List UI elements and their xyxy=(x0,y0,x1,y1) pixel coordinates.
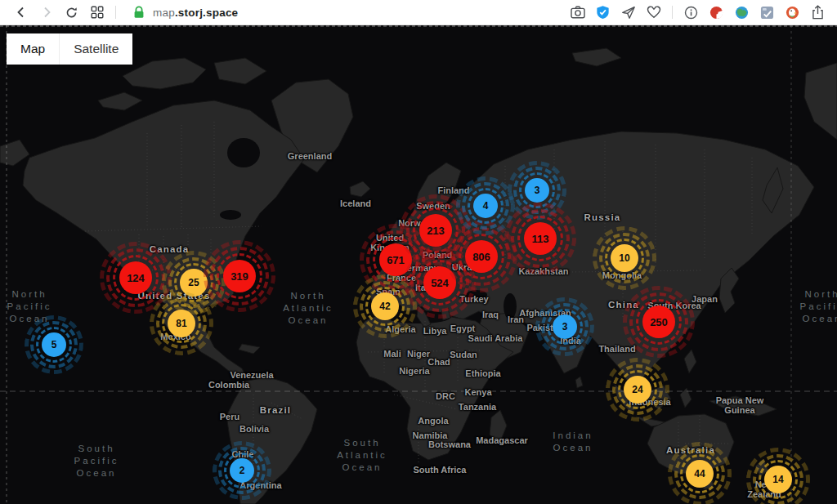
cluster-count: 4 xyxy=(473,194,498,218)
country-label: Peru xyxy=(220,412,239,421)
duckduckgo-icon[interactable] xyxy=(783,2,803,22)
country-label: Papua New Guinea xyxy=(716,395,764,415)
country-label: Angola xyxy=(418,416,448,426)
country-label: Libya xyxy=(423,326,447,336)
cluster-count: 5 xyxy=(42,332,66,357)
adblock-icon[interactable] xyxy=(707,2,727,22)
world-map-canvas[interactable]: Map Satellite North Pacific OceanNorth A… xyxy=(0,25,837,504)
cluster-count: 213 xyxy=(419,214,452,247)
cluster-count: 24 xyxy=(624,376,651,404)
country-label: Thailand xyxy=(598,344,635,354)
info-icon[interactable] xyxy=(682,2,701,22)
cluster-count: 319 xyxy=(223,260,256,292)
cluster-count: 3 xyxy=(525,178,549,203)
web-globe-icon[interactable] xyxy=(732,2,752,22)
ocean-label: North Pacific Ocean xyxy=(800,288,837,325)
favorites-heart-icon[interactable] xyxy=(644,2,664,22)
map-type-map-button[interactable]: Map xyxy=(7,33,59,65)
country-label: Egypt xyxy=(450,323,476,333)
toolbar-divider xyxy=(115,6,116,19)
country-label: Venezuela xyxy=(230,370,273,380)
country-label: Mali xyxy=(383,349,401,359)
country-label: Tanzania xyxy=(459,402,496,412)
screenshot-camera-icon[interactable] xyxy=(568,2,588,22)
country-label: Bolivia xyxy=(239,424,269,434)
cluster-count: 3 xyxy=(553,314,577,339)
ocean-label: North Atlantic Ocean xyxy=(283,290,333,327)
country-label: Chad xyxy=(427,357,450,367)
country-label: Japan xyxy=(692,294,718,304)
toolbar-right-group xyxy=(565,2,837,22)
url-domain: .storj.space xyxy=(175,7,238,19)
country-label: Madagascar xyxy=(476,435,528,445)
country-label: Ethiopia xyxy=(465,368,500,378)
country-label: Iraq xyxy=(482,310,499,319)
country-label: Greenland xyxy=(288,151,332,161)
country-label: Russia xyxy=(584,212,621,222)
url-subdomain: map xyxy=(153,7,175,19)
country-label: Sudan xyxy=(450,350,477,359)
lock-icon xyxy=(133,6,145,19)
browser-toolbar: map.storj.space xyxy=(0,0,837,25)
country-label: Botswana xyxy=(428,439,471,449)
country-label: Niger xyxy=(407,349,430,359)
map-type-satellite-button[interactable]: Satellite xyxy=(59,33,132,65)
country-label: Colombia xyxy=(208,380,249,390)
forward-icon[interactable] xyxy=(37,2,56,22)
country-label: Kenya xyxy=(464,387,491,397)
country-label: Nigeria xyxy=(399,366,429,376)
toolbar-left-group: map.storj.space xyxy=(0,2,238,22)
cluster-count: 44 xyxy=(686,460,714,488)
ocean-label: Indian Ocean xyxy=(553,430,593,454)
map-type-control: Map Satellite xyxy=(7,33,132,65)
cluster-count: 806 xyxy=(465,240,498,273)
country-label: Saudi Arabia xyxy=(468,333,523,343)
back-icon[interactable] xyxy=(11,2,31,22)
toolbar-divider xyxy=(672,6,673,19)
cluster-count: 42 xyxy=(371,292,399,320)
shield-check-icon[interactable] xyxy=(593,2,613,22)
cluster-count: 124 xyxy=(119,261,152,294)
address-bar[interactable]: map.storj.space xyxy=(153,7,238,19)
send-icon[interactable] xyxy=(619,2,638,22)
country-label: DRC xyxy=(436,391,455,401)
cluster-count: 81 xyxy=(168,310,195,337)
country-label: Brazil xyxy=(260,405,292,415)
country-label: Iceland xyxy=(340,198,371,208)
cluster-count: 14 xyxy=(764,466,792,493)
cluster-count: 2 xyxy=(230,458,254,483)
cluster-count: 113 xyxy=(524,222,557,255)
cluster-count: 250 xyxy=(642,306,675,338)
ocean-label: South Pacific Ocean xyxy=(74,443,119,479)
tab-overview-icon[interactable] xyxy=(87,2,107,22)
reload-icon[interactable] xyxy=(62,2,82,22)
ocean-label: South Atlantic Ocean xyxy=(337,437,387,474)
tasks-check-icon[interactable] xyxy=(758,2,777,22)
cluster-count: 10 xyxy=(611,244,638,272)
country-label: South Africa xyxy=(414,465,467,475)
share-icon[interactable] xyxy=(808,2,828,22)
